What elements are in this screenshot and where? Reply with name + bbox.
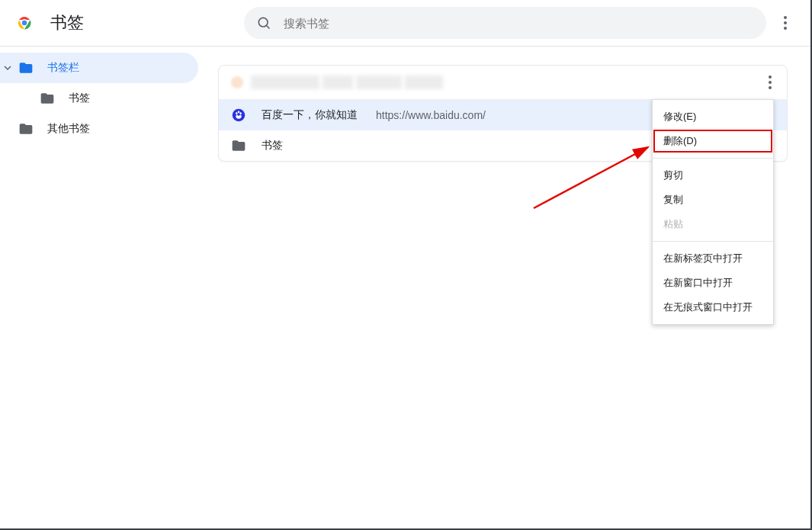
folder-icon	[18, 60, 34, 75]
svg-point-3	[258, 18, 268, 27]
chrome-logo-icon	[15, 14, 34, 32]
bookmark-url: https://www.baidu.com/	[376, 109, 486, 121]
folder-icon	[18, 121, 34, 137]
search-box[interactable]	[244, 7, 766, 39]
folder-icon	[40, 91, 55, 106]
menu-item-open-new-window[interactable]: 在新窗口中打开	[653, 271, 773, 295]
item-menu-button[interactable]	[761, 73, 779, 92]
sidebar: 书签栏 书签 其他书签	[0, 47, 198, 529]
menu-item-paste: 粘贴	[653, 212, 773, 236]
svg-point-6	[236, 112, 237, 114]
top-bar: 书签	[0, 0, 810, 47]
menu-item-edit[interactable]: 修改(E)	[653, 104, 773, 129]
folder-title: 书签	[262, 139, 283, 153]
svg-point-8	[238, 111, 239, 113]
redacted-title	[251, 75, 443, 89]
menu-item-delete[interactable]: 删除(D)	[653, 129, 773, 153]
page-menu-button[interactable]	[776, 14, 794, 32]
menu-item-copy[interactable]: 复制	[653, 188, 773, 212]
list-header-row	[219, 66, 787, 100]
sidebar-item-label: 书签	[69, 92, 90, 105]
baidu-favicon-icon	[231, 108, 246, 123]
folder-icon	[231, 138, 246, 153]
chevron-down-icon[interactable]	[0, 60, 15, 75]
page-title: 书签	[50, 11, 84, 34]
sidebar-item-other-bookmarks[interactable]: 其他书签	[0, 114, 198, 144]
search-icon	[256, 15, 271, 31]
menu-item-open-new-tab[interactable]: 在新标签页中打开	[653, 246, 773, 271]
context-menu: 修改(E) 删除(D) 剪切 复制 粘贴 在新标签页中打开 在新窗口中打开 在无…	[652, 99, 774, 325]
sidebar-item-label: 书签栏	[47, 61, 79, 75]
menu-item-open-incognito[interactable]: 在无痕式窗口中打开	[653, 295, 773, 320]
svg-line-4	[267, 26, 270, 29]
search-input[interactable]	[282, 16, 754, 31]
favicon-placeholder-icon	[231, 76, 243, 88]
svg-point-7	[239, 112, 241, 114]
sidebar-item-bookmarks-subfolder[interactable]: 书签	[0, 83, 198, 114]
bookmark-title: 百度一下，你就知道	[262, 108, 358, 122]
sidebar-item-bookmarks-bar[interactable]: 书签栏	[0, 53, 198, 83]
sidebar-item-label: 其他书签	[47, 122, 90, 136]
menu-item-cut[interactable]: 剪切	[653, 163, 773, 188]
